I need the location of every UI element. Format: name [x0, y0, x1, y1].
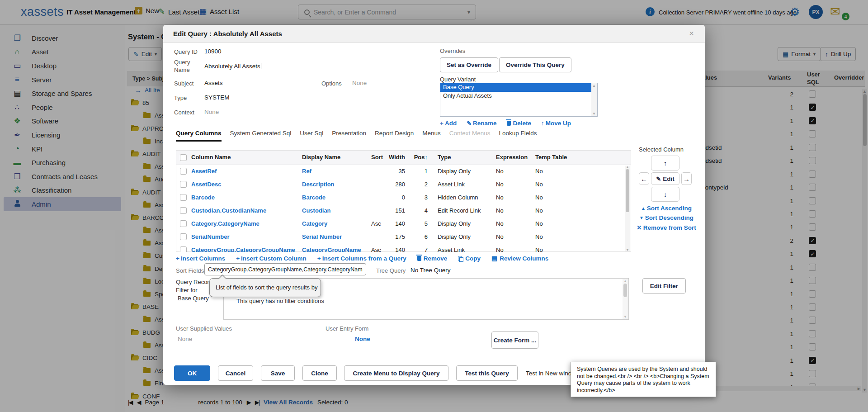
display-name-link[interactable]: Custodian	[302, 207, 331, 214]
ok-button[interactable]: OK	[174, 365, 210, 381]
set-as-override-button[interactable]: Set as Override	[440, 57, 498, 72]
tab[interactable]: Query Columns	[176, 130, 222, 142]
add-variant-link[interactable]: +Add	[440, 120, 457, 127]
width-value: 35	[380, 168, 405, 175]
list-item[interactable]: Only Actual Assets	[440, 92, 597, 100]
filter-scrollbar[interactable]	[623, 279, 628, 319]
tab[interactable]: Menus	[422, 130, 441, 142]
table-row[interactable]: AssetDesc Description 280 2 Asset Link N…	[176, 178, 631, 191]
list-item[interactable]: Base Query	[440, 83, 597, 92]
edit-filter-button[interactable]: Edit Filter	[642, 278, 686, 294]
save-button[interactable]: Save	[261, 365, 295, 381]
delete-variant-link[interactable]: Delete	[507, 120, 532, 127]
column-name-link[interactable]: SerialNumber	[191, 233, 230, 240]
row-checkbox[interactable]	[180, 168, 187, 175]
column-name-link[interactable]: Category.CategoryName	[191, 220, 259, 227]
column-name-link[interactable]: AssetRef	[191, 168, 217, 175]
display-name-link[interactable]: Barcode	[302, 194, 326, 201]
variant-actions: +Add ✎Rename Delete ↑Move Up	[440, 120, 571, 127]
row-checkbox[interactable]	[180, 220, 187, 227]
display-name-link[interactable]: Ref	[302, 168, 311, 175]
move-column-down-button[interactable]: ↓	[651, 187, 679, 202]
table-row[interactable]: Barcode Barcode 0 3 Hidden Column No No	[176, 191, 631, 204]
create-form-button[interactable]: Create Form ...	[491, 331, 538, 349]
remove-from-sort-link[interactable]: ✕Remove from Sort	[637, 224, 696, 231]
row-checkbox[interactable]	[180, 194, 187, 201]
sort-direction-icon: ↑	[425, 154, 428, 161]
insert-custom-column-link[interactable]: +Insert Custom Column	[236, 255, 307, 262]
col-column-name[interactable]: Column Name	[191, 154, 231, 161]
column-name-link[interactable]: CategoryGroup.CategoryGroupName	[191, 246, 295, 252]
row-checkbox[interactable]	[180, 181, 187, 188]
user-entry-form-link[interactable]: None	[355, 336, 370, 342]
variant-scrollbar[interactable]	[591, 83, 597, 116]
insert-columns-link[interactable]: +Insert Columns	[176, 255, 225, 262]
table-row[interactable]: Category.CategoryName Category Asc 140 5…	[176, 218, 631, 231]
select-all-checkbox[interactable]	[180, 154, 187, 161]
remove-columns-link[interactable]: Remove	[417, 255, 448, 262]
override-this-query-button[interactable]: Override This Query	[499, 57, 571, 72]
tab[interactable]: Lookup Fields	[499, 130, 537, 142]
col-type[interactable]: Type	[438, 154, 451, 161]
edit-column-button[interactable]: ✎Edit	[651, 172, 679, 185]
table-row[interactable]: CategoryGroup.CategoryGroupName Category…	[176, 244, 631, 252]
query-name-input[interactable]: Absolutely All Assets	[204, 63, 261, 70]
col-display-name[interactable]: Display Name	[302, 154, 340, 161]
review-columns-link[interactable]: ▤Review Columns	[491, 255, 548, 262]
row-checkbox[interactable]	[180, 246, 187, 252]
sort-ascending-link[interactable]: ▲Sort Ascending	[641, 205, 692, 212]
display-name-link[interactable]: CategoryGroupName	[302, 246, 361, 252]
move-up-variant-link[interactable]: ↑Move Up	[541, 120, 571, 127]
tab[interactable]: Presentation	[332, 130, 366, 142]
move-column-up-button[interactable]: ↑	[651, 156, 679, 170]
table-vertical-scrollbar[interactable]	[625, 166, 630, 251]
cancel-button[interactable]: Cancel	[218, 365, 253, 381]
review-icon: ▤	[491, 255, 497, 262]
move-column-left-button[interactable]: ←	[639, 172, 649, 185]
sort-asc-icon: ▲	[641, 206, 646, 211]
column-name-link[interactable]: AssetDesc	[191, 181, 222, 188]
test-new-window-button[interactable]: Test in New window	[526, 370, 571, 377]
column-name-link[interactable]: Barcode	[191, 194, 215, 201]
insert-columns-from-query-link[interactable]: +Insert Columns from a Query	[317, 255, 406, 262]
type-value: Asset Link	[438, 246, 465, 252]
pos-value: 2	[410, 181, 428, 188]
width-value: 140	[380, 246, 405, 252]
display-name-link[interactable]: Serial Number	[302, 233, 342, 240]
sort-value: Asc	[371, 246, 381, 252]
tab[interactable]: User Sql	[300, 130, 323, 142]
close-icon[interactable]: ×	[689, 28, 694, 38]
col-temp-table[interactable]: Temp Table	[535, 154, 567, 161]
col-expression[interactable]: Expression	[496, 154, 528, 161]
table-row[interactable]: AssetRef Ref 35 1 Display Only No No	[176, 165, 631, 178]
display-name-link[interactable]: Description	[302, 181, 335, 188]
query-variant-listbox[interactable]: Base Query Only Actual Assets	[440, 83, 598, 117]
copy-columns-link[interactable]: Copy	[458, 255, 481, 262]
sort-desc-icon: ▼	[639, 215, 644, 220]
col-pos[interactable]: Pos↑	[410, 154, 428, 161]
rename-variant-link[interactable]: ✎Rename	[467, 120, 496, 127]
test-query-button[interactable]: Test this Query	[456, 365, 518, 381]
clone-button[interactable]: Clone	[302, 365, 337, 381]
column-name-link[interactable]: Custodian.CustodianName	[191, 207, 266, 214]
row-checkbox[interactable]	[180, 207, 187, 214]
tab[interactable]: Report Design	[375, 130, 414, 142]
tab[interactable]: System Generated Sql	[230, 130, 292, 142]
tab[interactable]: Context Menus	[449, 130, 491, 142]
type-value: Display Only	[438, 220, 471, 227]
expression-value: No	[496, 220, 504, 227]
width-value: 175	[380, 233, 405, 240]
x-icon: ✕	[637, 224, 642, 231]
display-name-link[interactable]: Category	[302, 220, 327, 227]
sort-descending-link[interactable]: ▼Sort Descending	[639, 214, 693, 221]
col-width[interactable]: Width	[380, 154, 405, 161]
move-column-right-button[interactable]: →	[681, 172, 692, 185]
query-columns-table: Column Name Display Name Sort Width Pos↑…	[176, 150, 631, 252]
sort-fields-tooltip: List of fields to sort the query results…	[209, 278, 321, 297]
create-menu-button[interactable]: Create Menu to Display Query	[344, 365, 448, 381]
table-row[interactable]: Custodian.CustodianName Custodian 151 4 …	[176, 204, 631, 218]
row-checkbox[interactable]	[180, 233, 187, 240]
table-row[interactable]: SerialNumber Serial Number 175 6 Display…	[176, 231, 631, 244]
sort-fields-input[interactable]	[204, 263, 366, 275]
copy-icon	[458, 256, 462, 261]
